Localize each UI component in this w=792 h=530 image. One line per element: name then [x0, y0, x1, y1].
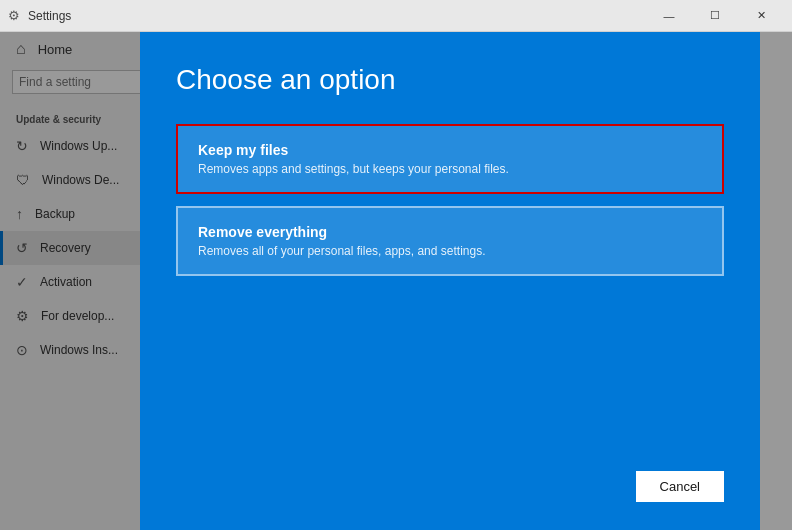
minimize-button[interactable]: —: [646, 0, 692, 32]
dialog-footer: Cancel: [176, 471, 724, 502]
cancel-button[interactable]: Cancel: [636, 471, 724, 502]
maximize-button[interactable]: ☐: [692, 0, 738, 32]
dialog-title: Choose an option: [176, 64, 724, 96]
title-bar-title: Settings: [28, 9, 71, 23]
close-button[interactable]: ✕: [738, 0, 784, 32]
keep-files-option[interactable]: Keep my files Removes apps and settings,…: [176, 124, 724, 194]
title-bar-controls: — ☐ ✕: [646, 0, 784, 32]
remove-everything-title: Remove everything: [198, 224, 702, 240]
choose-option-dialog: Choose an option Keep my files Removes a…: [140, 32, 760, 530]
keep-files-description: Removes apps and settings, but keeps you…: [198, 162, 702, 176]
remove-everything-option[interactable]: Remove everything Removes all of your pe…: [176, 206, 724, 276]
settings-gear-icon: ⚙: [8, 8, 20, 23]
remove-everything-description: Removes all of your personal files, apps…: [198, 244, 702, 258]
title-bar: ⚙ Settings — ☐ ✕: [0, 0, 792, 32]
title-bar-left: ⚙ Settings: [8, 8, 71, 23]
keep-files-title: Keep my files: [198, 142, 702, 158]
